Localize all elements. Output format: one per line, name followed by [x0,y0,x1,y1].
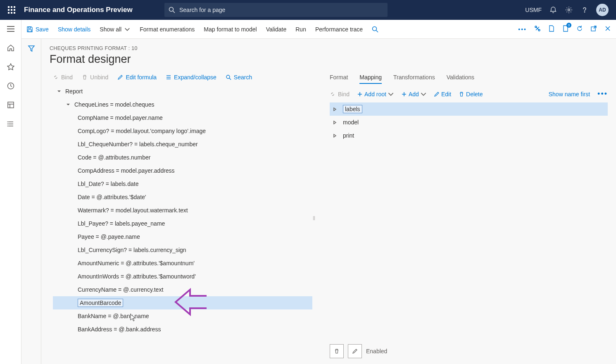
nav-workspaces[interactable] [5,99,17,111]
nav-recent[interactable] [5,80,17,92]
show-all-dropdown[interactable]: Show all [100,26,131,33]
modules-icon [7,120,14,128]
expand-collapse-button[interactable]: Expand/collapse [166,74,216,81]
expand-icon[interactable] [333,106,339,112]
show-details-button[interactable]: Show details [58,26,90,33]
tree-node[interactable]: Code = @.attributes.number [53,151,312,164]
trash-icon [459,91,464,97]
mapping-node-label: labels [343,105,362,113]
svg-point-33 [226,75,230,79]
tree-node-label: Lbl_Date? = labels.date [78,181,139,187]
company-picker[interactable]: USMF [525,7,542,13]
collapse-icon[interactable] [56,88,62,94]
settings-button[interactable] [565,6,573,14]
mapping-delete-button[interactable]: Delete [459,91,483,98]
tab-mapping[interactable]: Mapping [359,74,382,84]
bell-icon [549,6,557,14]
map-format-button[interactable]: Map format to model [204,26,257,33]
help-button[interactable] [580,6,589,14]
validate-button[interactable]: Validate [266,26,287,33]
tree-node[interactable]: Lbl_CurrencySign? = labels.currency_sign [53,243,312,257]
filter-button[interactable] [28,45,35,364]
tree-node[interactable]: Date = @.attributes.'$date' [53,190,312,204]
tree-node-label: ChequeLines = model.cheques [74,101,154,108]
performance-trace-button[interactable]: Performance trace [315,26,363,33]
expand-icon[interactable] [333,119,339,126]
svg-rect-3 [8,9,10,11]
tree-node-report[interactable]: Report [53,85,312,98]
add-root-dropdown[interactable]: Add root [357,91,394,98]
enabled-label: Enabled [366,348,387,354]
tree-node[interactable]: AmountNumeric = @.attributes.'$amountnum… [53,257,312,270]
edit-property-button[interactable] [348,344,362,358]
tree-node-label: AmountBarcode [78,299,123,307]
tree-node[interactable]: AmountInWords = @.attributes.'$amountwor… [53,270,312,283]
tab-transformations[interactable]: Transformations [393,74,435,84]
mapping-toolbar: Bind Add root Add [330,87,608,102]
tree-node-label: Date = @.attributes.'$date' [78,194,146,200]
global-search[interactable]: Search for a page [164,3,388,17]
tree-node[interactable]: CompLogo? = model.layout.'company logo'.… [53,124,312,138]
filter-icon [28,45,35,52]
tree-node[interactable]: CompAddress = model.payer.address [53,164,312,177]
svg-line-34 [229,78,231,80]
show-name-first-button[interactable]: Show name first [549,91,590,98]
svg-rect-1 [11,6,12,8]
tree-node[interactable]: Lbl_ChequeNumber? = labels.cheque_number [53,138,312,151]
cmd-search-button[interactable] [372,26,378,33]
tree-node[interactable]: BankAddress = @.bank.address [53,323,312,336]
run-button[interactable]: Run [295,26,306,33]
tree-node[interactable]: Watermark? = model.layout.watermark.text [53,204,312,217]
delete-property-button[interactable] [330,344,344,358]
tree-node[interactable]: Payee = @.payee.name [53,230,312,243]
svg-rect-14 [8,102,14,108]
add-dropdown[interactable]: Add [401,91,426,98]
cmd-messages-button[interactable]: 0 [562,25,569,33]
tree-node[interactable]: Lbl_Date? = labels.date [53,177,312,190]
cmd-close-button[interactable] [604,25,611,33]
cmd-attachments-button[interactable] [548,25,555,33]
nav-favorites[interactable] [5,61,17,73]
tree-node-label: AmountInWords = @.attributes.'$amountwor… [78,273,196,280]
bind-button[interactable]: Bind [53,74,73,81]
cmd-link-button[interactable] [534,25,541,33]
svg-rect-8 [14,12,15,14]
notifications-button[interactable] [549,6,557,14]
mapping-overflow-button[interactable]: ••• [597,90,608,98]
mapping-node-model[interactable]: model [330,116,608,129]
app-launcher[interactable] [3,0,20,20]
nav-expand-button[interactable] [5,23,17,35]
format-enumerations-button[interactable]: Format enumerations [140,26,195,33]
mapping-node-labels[interactable]: labels [330,102,608,116]
tree-node[interactable]: Lbl_Payee? = labels.payee_name [53,217,312,230]
svg-rect-2 [14,6,15,8]
mapping-tree: labels model print [330,102,608,142]
nav-modules[interactable] [5,118,17,130]
collapse-icon[interactable] [65,102,71,107]
nav-home[interactable] [5,42,17,54]
edit-formula-button[interactable]: Edit formula [117,74,157,81]
cmd-overflow-button[interactable]: ••• [518,26,527,33]
save-button[interactable]: Save [26,26,49,33]
mapping-edit-button[interactable]: Edit [434,91,451,98]
user-avatar[interactable]: AD [596,4,609,16]
tab-format[interactable]: Format [330,74,348,84]
mapping-node-label: model [343,119,359,126]
mapping-bind-button[interactable]: Bind [330,91,350,98]
mapping-node-print[interactable]: print [330,129,608,142]
tab-validations[interactable]: Validations [447,74,474,84]
tree-node[interactable]: CompName = model.payer.name [53,111,312,124]
svg-rect-23 [29,27,31,29]
expand-icon[interactable] [333,132,339,139]
tree-search-button[interactable]: Search [226,74,252,81]
unbind-button[interactable]: Unbind [82,74,108,81]
splitter[interactable]: || [312,71,316,364]
cmd-refresh-button[interactable] [576,25,583,33]
tree-node-label: Code = @.attributes.number [78,154,150,161]
tree-node-selected[interactable]: AmountBarcode [53,296,312,309]
home-icon [7,44,14,52]
tree-node[interactable]: BankName = @.bank.name [53,309,312,323]
tree-node[interactable]: CurrencyName = @.currency.text [53,283,312,296]
tree-node-chequelines[interactable]: ChequeLines = model.cheques [53,98,312,111]
cmd-popout-button[interactable] [590,25,597,33]
